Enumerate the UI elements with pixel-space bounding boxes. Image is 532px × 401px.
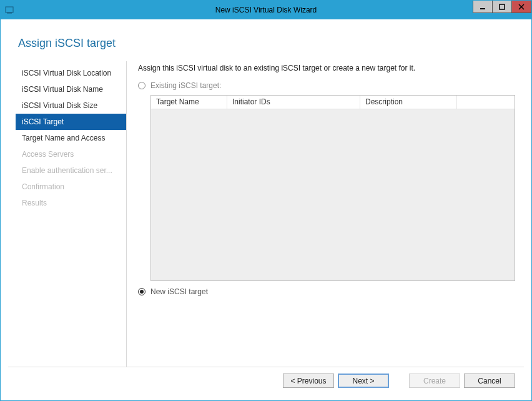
- maximize-button[interactable]: [492, 1, 512, 13]
- table-header: Target Name Initiator IDs Description: [151, 96, 515, 109]
- instruction-text: Assign this iSCSI virtual disk to an exi…: [138, 64, 515, 72]
- app-icon: [1, 5, 18, 15]
- window-controls: [473, 1, 531, 13]
- radio-icon: [138, 288, 145, 295]
- svg-rect-2: [480, 8, 485, 9]
- wizard-main-panel: Assign this iSCSI virtual disk to an exi…: [127, 61, 524, 367]
- page-heading: Assign iSCSI target: [18, 37, 524, 50]
- cancel-button[interactable]: Cancel: [464, 374, 515, 388]
- col-description[interactable]: Description: [360, 96, 457, 109]
- step-confirmation: Confirmation: [18, 179, 126, 195]
- close-button[interactable]: [511, 1, 531, 13]
- step-target[interactable]: iSCSI Target: [16, 114, 126, 130]
- step-enable-auth: Enable authentication ser...: [18, 162, 126, 179]
- svg-rect-3: [500, 4, 505, 9]
- step-results: Results: [18, 195, 126, 211]
- radio-new-target[interactable]: New iSCSI target: [138, 287, 515, 296]
- wizard-footer: < Previous Next > Create Cancel: [8, 367, 524, 394]
- step-access-servers: Access Servers: [18, 146, 126, 162]
- create-button: Create: [409, 374, 460, 388]
- step-target-name-access[interactable]: Target Name and Access: [18, 130, 126, 146]
- existing-targets-table: Target Name Initiator IDs Description: [150, 95, 515, 281]
- radio-existing-target[interactable]: Existing iSCSI target:: [138, 81, 515, 90]
- col-target-name[interactable]: Target Name: [151, 96, 227, 109]
- step-name[interactable]: iSCSI Virtual Disk Name: [18, 81, 126, 97]
- col-initiator-ids[interactable]: Initiator IDs: [227, 96, 360, 109]
- col-extra[interactable]: [457, 96, 515, 109]
- svg-rect-0: [6, 7, 13, 12]
- radio-existing-label: Existing iSCSI target:: [150, 81, 221, 90]
- previous-button[interactable]: < Previous: [283, 374, 334, 388]
- wizard-steps-sidebar: iSCSI Virtual Disk Location iSCSI Virtua…: [8, 61, 127, 367]
- svg-rect-1: [7, 12, 12, 14]
- titlebar[interactable]: New iSCSI Virtual Disk Wizard: [1, 1, 531, 19]
- radio-icon: [138, 82, 145, 89]
- window-title: New iSCSI Virtual Disk Wizard: [1, 6, 531, 14]
- radio-new-label: New iSCSI target: [150, 287, 208, 296]
- step-location[interactable]: iSCSI Virtual Disk Location: [18, 65, 126, 81]
- minimize-button[interactable]: [473, 1, 493, 13]
- next-button[interactable]: Next >: [338, 374, 389, 388]
- step-size[interactable]: iSCSI Virtual Disk Size: [18, 97, 126, 114]
- wizard-window: New iSCSI Virtual Disk Wizard Assign iSC…: [0, 0, 532, 401]
- client-area: Assign iSCSI target iSCSI Virtual Disk L…: [1, 19, 531, 400]
